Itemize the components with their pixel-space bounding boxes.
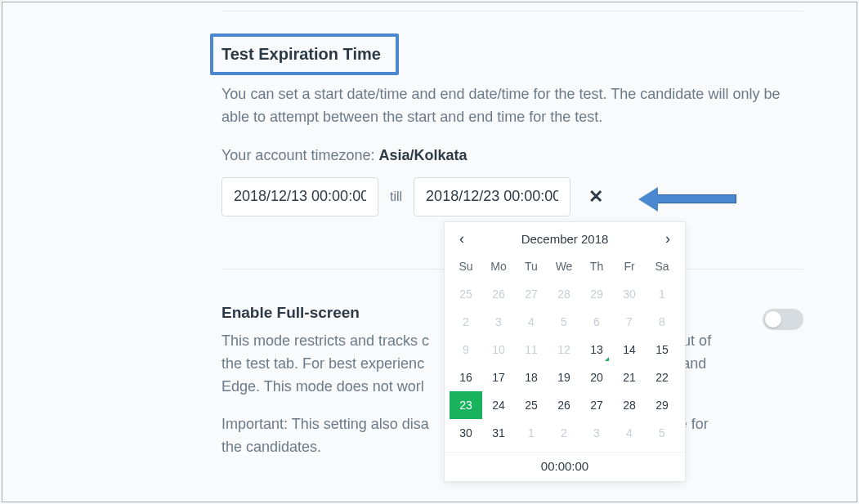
calendar-day[interactable]: 14: [613, 336, 646, 364]
calendar-day: 30: [613, 280, 646, 308]
annotation-arrow: [638, 187, 736, 212]
calendar-day: 2: [450, 308, 482, 336]
calendar-day[interactable]: 24: [482, 391, 515, 419]
calendar-day: 26: [482, 280, 515, 308]
calendar-day[interactable]: 18: [515, 364, 548, 391]
calendar-day: 27: [515, 280, 548, 308]
calendar-day: 1: [646, 280, 678, 308]
calendar-dow: We: [548, 252, 580, 280]
calendar-day: 3: [482, 308, 515, 336]
timezone-row: Your account timezone: Asia/Kolkata: [221, 147, 801, 164]
calendar-day: 29: [580, 280, 613, 308]
calendar-time-input[interactable]: 00:00:00: [445, 452, 685, 481]
calendar-day: 7: [613, 308, 646, 336]
calendar-day: 9: [450, 336, 482, 364]
end-date-input[interactable]: [414, 177, 570, 216]
calendar-day[interactable]: 17: [482, 364, 515, 391]
clear-end-date-button[interactable]: ✕: [582, 183, 610, 211]
calendar-day: 1: [515, 419, 548, 447]
calendar-day[interactable]: 21: [613, 364, 646, 391]
calendar-day[interactable]: 20: [580, 364, 613, 391]
calendar-dow: Fr: [613, 252, 646, 280]
timezone-value: Asia/Kolkata: [378, 147, 467, 163]
calendar-dow: Mo: [482, 252, 515, 280]
date-picker-popover: ‹ December 2018 › SuMoTuWeThFrSa25262728…: [444, 221, 686, 482]
calendar-month-label[interactable]: December 2018: [521, 232, 609, 246]
section-description: You can set a start date/time and end da…: [221, 83, 794, 129]
calendar-dow: Tu: [515, 252, 548, 280]
calendar-day: 8: [646, 308, 678, 336]
start-date-input[interactable]: [221, 177, 378, 216]
calendar-day[interactable]: 13: [580, 336, 613, 364]
calendar-day[interactable]: 31: [482, 419, 515, 447]
calendar-next-button[interactable]: ›: [659, 229, 677, 249]
section-title-highlight: Test Expiration Time: [210, 33, 399, 75]
calendar-dow: Su: [450, 252, 482, 280]
calendar-day[interactable]: 16: [450, 364, 482, 391]
calendar-day[interactable]: 25: [515, 391, 548, 419]
calendar-day[interactable]: 26: [548, 391, 580, 419]
calendar-dow: Sa: [646, 252, 678, 280]
close-icon: ✕: [588, 186, 603, 207]
calendar-day[interactable]: 22: [646, 364, 678, 391]
calendar-day: 6: [580, 308, 613, 336]
calendar-day: 2: [548, 419, 580, 447]
calendar-day[interactable]: 27: [580, 391, 613, 419]
calendar-day: 5: [646, 419, 678, 447]
calendar-day[interactable]: 19: [548, 364, 580, 391]
calendar-day[interactable]: 28: [613, 391, 646, 419]
calendar-day: 5: [548, 308, 580, 336]
calendar-day[interactable]: 23: [450, 391, 482, 419]
calendar-prev-button[interactable]: ‹: [453, 229, 471, 249]
calendar-day: 28: [548, 280, 580, 308]
calendar-day[interactable]: 30: [450, 419, 482, 447]
toggle-knob: [765, 311, 781, 328]
calendar-dow: Th: [580, 252, 613, 280]
calendar-day: 4: [515, 308, 548, 336]
fullscreen-toggle[interactable]: [763, 309, 803, 330]
calendar-day: 4: [613, 419, 646, 447]
section-title: Test Expiration Time: [221, 45, 381, 63]
calendar-day[interactable]: 29: [646, 391, 678, 419]
calendar-day: 11: [515, 336, 548, 364]
calendar-day: 10: [482, 336, 515, 364]
divider: [221, 11, 803, 11]
calendar-day: 25: [450, 280, 482, 308]
calendar-day: 3: [580, 419, 613, 447]
till-label: till: [390, 190, 402, 204]
calendar-day: 12: [548, 336, 580, 364]
calendar-day[interactable]: 15: [646, 336, 678, 364]
timezone-label: Your account timezone:: [221, 147, 378, 163]
